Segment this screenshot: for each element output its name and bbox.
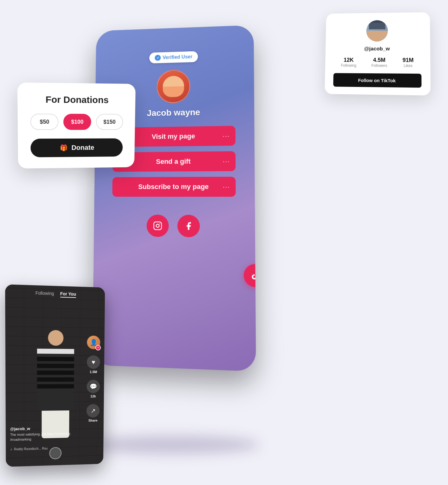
donate-button-label: Donate	[71, 144, 94, 152]
svg-rect-0	[154, 222, 161, 230]
video-username: @jacob_w	[10, 425, 83, 431]
like-action[interactable]: ♥ 1.5M	[87, 355, 100, 374]
stat-likes-label: Likes	[403, 63, 414, 68]
verified-badge: ✓ Verified User	[149, 51, 198, 63]
subscribe-label: Subscribe to my page	[138, 183, 209, 191]
video-card: Following For You 👤 + ♥ 1.	[5, 284, 105, 467]
amount-50-button[interactable]: $50	[30, 114, 58, 130]
video-caption: The most satisfying Job #typ #satisfying…	[10, 431, 83, 442]
stat-following-value: 12K	[341, 57, 356, 63]
subscribe-button[interactable]: Subscribe to my page ···	[112, 177, 236, 197]
profile-card-username: @jacob_w	[334, 46, 421, 52]
video-music-text: Roddy Roundicch... Rou	[14, 447, 48, 451]
tab-following[interactable]: Following	[35, 290, 54, 297]
share-action[interactable]: ↗ Share	[86, 404, 100, 422]
stats-row: 12K Following 4.5M Followers 91M Likes	[334, 57, 421, 68]
instagram-icon-button[interactable]	[147, 215, 169, 237]
heart-icon: ♥	[87, 355, 100, 369]
stat-followers-value: 4.5M	[371, 57, 387, 63]
phone-shadow	[87, 436, 260, 454]
video-info: @jacob_w The most satisfying Job #typ #s…	[10, 425, 83, 442]
share-icon: ↗	[87, 404, 100, 417]
social-icons-row	[147, 215, 200, 238]
subscribe-dots-icon: ···	[223, 183, 230, 190]
donate-button[interactable]: 🎁 Donate	[31, 138, 123, 157]
send-gift-dots-icon: ···	[223, 158, 230, 165]
stat-likes: 91M Likes	[403, 57, 414, 68]
comment-count: 12k	[90, 394, 96, 398]
amount-100-button[interactable]: $100	[63, 114, 91, 130]
stat-followers-label: Followers	[371, 63, 387, 68]
amount-150-button[interactable]: $150	[96, 114, 123, 130]
donation-title: For Donations	[30, 94, 123, 105]
stat-following: 12K Following	[341, 57, 356, 68]
comment-action[interactable]: 💬 12k	[87, 380, 100, 398]
stat-following-label: Following	[341, 63, 356, 68]
donation-card: For Donations $50 $100 $150 🎁 Donate	[17, 83, 136, 169]
video-person	[31, 330, 80, 436]
visit-page-label: Visit my page	[152, 132, 195, 141]
profile-name: Jacob wayne	[147, 107, 200, 118]
stat-likes-value: 91M	[403, 57, 414, 63]
follow-tiktok-label: Follow on TikTok	[358, 77, 396, 83]
stat-followers: 4.5M Followers	[371, 57, 387, 68]
avatar-action: 👤 +	[87, 336, 100, 349]
send-gift-label: Send a gift	[156, 157, 191, 166]
gift-icon: 🎁	[60, 144, 68, 152]
verified-check-icon: ✓	[155, 55, 161, 61]
comment-icon: 💬	[87, 380, 100, 393]
share-label: Share	[88, 418, 98, 422]
main-phone: ✓ Verified User Jacob wayne Visit my pag…	[92, 25, 256, 371]
video-actions: 👤 + ♥ 1.5M 💬 12k ↗ Share	[86, 336, 100, 423]
verified-text: Verified User	[163, 54, 192, 60]
profile-avatar	[157, 69, 190, 103]
music-note-icon: ♪	[10, 447, 12, 451]
profile-card: @jacob_w 12K Following 4.5M Followers 91…	[325, 12, 431, 95]
tab-for-you[interactable]: For You	[60, 291, 76, 298]
like-count: 1.5M	[90, 370, 97, 374]
amount-row: $50 $100 $150	[30, 114, 123, 130]
follow-plus-icon: +	[95, 345, 101, 350]
facebook-icon-button[interactable]	[177, 215, 200, 237]
follow-tiktok-button[interactable]: Follow on TikTok	[333, 73, 422, 88]
profile-card-avatar	[366, 20, 388, 41]
visit-page-dots-icon: ···	[223, 132, 230, 139]
